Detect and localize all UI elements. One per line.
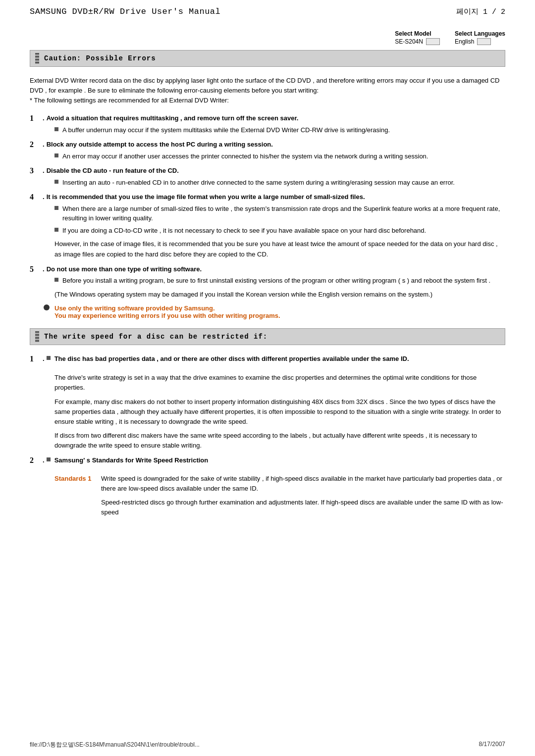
item4-title: It is recommended that you use the image… — [47, 192, 365, 202]
bullet-icon — [54, 153, 58, 157]
item5-bullets: Before you install a writing program, be… — [54, 276, 505, 286]
s2-item1-body1: The drive's write strategy is set in a w… — [54, 373, 505, 393]
language-value: English — [455, 38, 474, 45]
s2-item-2: 2 . Samsung' s Standards for Write Speed… — [30, 455, 505, 517]
item5-num: 5 — [30, 264, 41, 274]
s2-item2-bullet-row: Samsung' s Standards for Write Speed Res… — [47, 455, 209, 468]
model-value-row: SE-S204N — [395, 38, 440, 45]
s2-item2-title: Samsung' s Standards for Write Speed Res… — [54, 455, 209, 465]
numbered-item-5: 5 . Do not use more than one type of wri… — [30, 264, 505, 300]
section1-title: Caution: Possible Errors — [44, 54, 156, 62]
item3-bullet-1: Inserting an auto - run-enabled CD in to… — [54, 178, 505, 188]
item1-num: 1 — [30, 113, 41, 123]
numbered-item-3: 3 . Disable the CD auto - run feature of… — [30, 166, 505, 187]
item5-title: Do not use more than one type of writing… — [47, 264, 202, 274]
item2-bullet-1: An error may occur if another user acces… — [54, 151, 505, 161]
s2-item1-body2: For example, many disc makers do not bot… — [54, 397, 505, 427]
s2-item1-body3: If discs from two different disc makers … — [54, 431, 505, 451]
item5-bullet-1: Before you install a writing program, be… — [54, 276, 505, 286]
item1-title: Avoid a situation that requires multitas… — [47, 113, 299, 123]
bullet-icon — [47, 356, 51, 360]
footer-path: file://D:\통합모델\SE-S184M\manual\S204N\1\e… — [30, 741, 200, 749]
s2-item1-bullet-row: The disc has bad properties data , and o… — [47, 354, 409, 366]
item2-title-row: 2 . Block any outside attempt to access … — [30, 140, 505, 150]
circle-bullet-icon — [44, 304, 50, 310]
samsung-note-row: Use only the writing software provided b… — [44, 304, 505, 319]
s2-item1-title: The disc has bad properties data , and o… — [54, 354, 409, 364]
item5-extra: (The Windows operating system may be dam… — [54, 290, 505, 300]
section-stripe — [35, 53, 39, 64]
item4-bullet-2: If you are doing a CD-to-CD write , it i… — [54, 226, 505, 236]
section2-header: The write speed for a disc can be restri… — [30, 328, 505, 345]
intro-text: External DVD Writer record data on the d… — [30, 76, 505, 105]
item2-bullets: An error may occur if another user acces… — [54, 151, 505, 161]
s2-item2-num: 2 — [30, 455, 41, 465]
model-label: Select Model — [395, 30, 431, 37]
item4-num: 4 — [30, 192, 41, 202]
section2-stripe — [35, 331, 39, 342]
s2-item1-title-row: 1 . The disc has bad properties data , a… — [30, 354, 505, 370]
samsung-note-text: Use only the writing software provided b… — [54, 304, 280, 319]
language-label: Select Languages — [455, 30, 505, 37]
standards-label: Standards 1 — [54, 474, 94, 518]
section2-title: The write speed for a disc can be restri… — [44, 333, 268, 341]
item2-num: 2 — [30, 140, 41, 149]
model-dropdown[interactable] — [426, 38, 440, 45]
samsung-line2: You may experience writing errors if you… — [54, 312, 280, 319]
item3-bullets: Inserting an auto - run-enabled CD in to… — [54, 178, 505, 188]
numbered-item-2: 2 . Block any outside attempt to access … — [30, 140, 505, 161]
standards-row: Standards 1 Write speed is downgraded fo… — [54, 474, 505, 518]
model-select-group: Select Model SE-S204N — [395, 30, 440, 45]
numbered-item-1: 1 . Avoid a situation that requires mult… — [30, 113, 505, 135]
bullet-icon — [54, 127, 58, 131]
standards-texts: Write speed is downgraded for the sake o… — [101, 474, 505, 518]
s2-item1-num: 1 — [30, 354, 41, 363]
footer: file://D:\통합모델\SE-S184M\manual\S204N\1\e… — [30, 741, 505, 749]
numbered-item-4: 4 . It is recommended that you use the i… — [30, 192, 505, 259]
item4-bullets: When there are a large number of small-s… — [54, 204, 505, 236]
select-area: Select Model SE-S204N Select Languages E… — [30, 30, 505, 45]
bullet-icon — [54, 228, 58, 232]
section1-header: Caution: Possible Errors — [30, 50, 505, 67]
item5-title-row: 5 . Do not use more than one type of wri… — [30, 264, 505, 274]
bullet-icon — [54, 180, 58, 184]
item4-extra: However, in the case of image files, it … — [54, 239, 505, 259]
item1-bullet-1: A buffer underrun may occur if the syste… — [54, 125, 505, 135]
item1-bullets: A buffer underrun may occur if the syste… — [54, 125, 505, 135]
s2-item-1: 1 . The disc has bad properties data , a… — [30, 354, 505, 451]
page-number: 페이지 1 / 2 — [456, 7, 505, 16]
s2-item2-title-row: 2 . Samsung' s Standards for Write Speed… — [30, 455, 505, 472]
samsung-line1: Use only the writing software provided b… — [54, 304, 280, 312]
footer-date: 8/17/2007 — [479, 741, 505, 749]
section2-content: 1 . The disc has bad properties data , a… — [30, 354, 505, 518]
bullet-icon — [54, 278, 58, 282]
item3-title-row: 3 . Disable the CD auto - run feature of… — [30, 166, 505, 176]
language-dropdown[interactable] — [477, 38, 491, 45]
content-area: External DVD Writer record data on the d… — [30, 76, 505, 319]
language-value-row: English — [455, 38, 491, 45]
item2-title: Block any outside attempt to access the … — [47, 140, 273, 150]
item3-title: Disable the CD auto - run feature of the… — [47, 166, 179, 176]
top-bar: SAMSUNG DVD±R/RW Drive User's Manual 페이지… — [0, 0, 535, 21]
model-value: SE-S204N — [395, 38, 423, 45]
bullet-icon — [47, 457, 51, 461]
item4-title-row: 4 . It is recommended that you use the i… — [30, 192, 505, 202]
item1-title-row: 1 . Avoid a situation that requires mult… — [30, 113, 505, 123]
language-select-group: Select Languages English — [455, 30, 505, 45]
standards-text2: Speed-restricted discs go through furthe… — [101, 498, 505, 517]
item4-bullet-1: When there are a large number of small-s… — [54, 204, 505, 223]
standards-text1: Write speed is downgraded for the sake o… — [101, 474, 505, 494]
page-title: SAMSUNG DVD±R/RW Drive User's Manual — [30, 7, 220, 16]
bullet-icon — [54, 206, 58, 210]
item3-num: 3 — [30, 166, 41, 175]
